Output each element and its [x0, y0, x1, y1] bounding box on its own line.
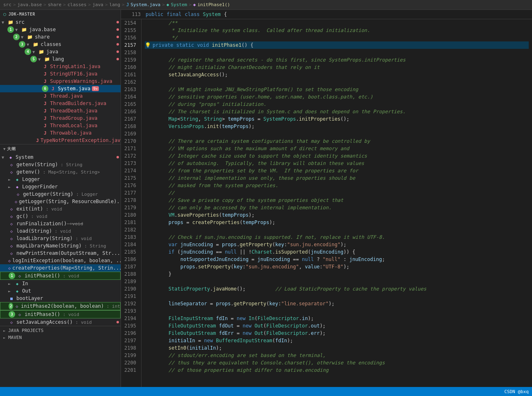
tree-item-suppresswarnings[interactable]: J SuppressWarnings.java	[0, 78, 121, 85]
bc-classes: classes	[67, 2, 86, 7]
code-2157-void: void	[194, 41, 209, 49]
tree-item-system-class[interactable]: ▼ ◆ System	[0, 153, 121, 161]
code-2157-static: static	[174, 41, 194, 49]
tree-item-loggerfinder[interactable]: ► ◆ LoggerFinder	[0, 183, 121, 190]
label-java-projects: JAVA PROJECTS	[8, 328, 43, 333]
tree-item-maplibname[interactable]: ◇ mapLibraryName(String) : String	[0, 242, 121, 250]
tree-item-javabase[interactable]: 1 ▼ 📁 java.base	[0, 26, 121, 33]
typeinfo-getenv-str: : String	[58, 162, 82, 167]
tree-item-initphase3[interactable]: 3 ◇ initPhase3() : void	[0, 310, 121, 318]
tree-item-getlogger-str[interactable]: ◇ getLogger(String) : Logger	[0, 190, 121, 198]
typeinfo-load: : void	[52, 229, 71, 234]
ln-2164: 2164	[124, 93, 138, 101]
status-author: CSDN @bxq	[504, 389, 529, 394]
code-2185: if (jnuEncoding == null || !Charset.isSu…	[145, 248, 355, 256]
empty-2169	[145, 130, 148, 137]
ln-2178: 2178	[124, 197, 138, 204]
tree-item-system[interactable]: 6 J System.java 9+	[0, 85, 121, 92]
j-icon-stringutf16: J	[42, 71, 48, 77]
code-line-2186: notSupportedJnuEncoding = jnuEncoding ==…	[145, 256, 529, 263]
tree-item-threadbuilders[interactable]: J ThreadBuilders.java	[0, 100, 121, 107]
tree-item-createproperties[interactable]: ◇ createProperties(Map<String, Strin...	[0, 264, 121, 272]
tree-item-loginitexception[interactable]: ◇ logInitException(boolean, boolean, ...	[0, 257, 121, 264]
tree-item-lang[interactable]: 5 ▼ 📁 lang	[0, 55, 121, 63]
code-2194: FileInputStream fdIn = new In(FileDescri…	[145, 315, 314, 322]
j-icon-thread: J	[42, 93, 48, 99]
tree-item-stringlatin1[interactable]: J StringLatin1.java	[0, 63, 121, 70]
ln-2172: 2172	[124, 152, 138, 160]
code-line-2189	[145, 278, 529, 285]
tree-item-in-class[interactable]: ► ◆ In	[0, 280, 121, 287]
empty-2193	[145, 307, 148, 315]
tree-item-classes[interactable]: 3 ▼ 📁 classes	[0, 41, 121, 48]
tree-item-exit[interactable]: ◇ exit(int) : void	[0, 205, 121, 213]
tree-item-getenv-str[interactable]: ◇ getenv(String) : String	[0, 161, 121, 168]
dot-java	[116, 50, 119, 53]
section-java-projects[interactable]: ► JAVA PROJECTS	[0, 327, 121, 334]
header-line-num: 113	[124, 11, 141, 17]
section-maven[interactable]: ► MAVEN	[0, 334, 121, 341]
ln-2180: 2180	[124, 211, 138, 219]
j-icon-throwable: J	[42, 130, 48, 136]
label-share: share	[35, 34, 50, 40]
code-line-2185: if (jnuEncoding == null || !Charset.isSu…	[145, 248, 529, 256]
tree-item-java[interactable]: 4 ▼ 📁 java	[0, 48, 121, 55]
code-2165: // during "props" initialization.	[145, 101, 266, 108]
tree-item-thread[interactable]: J Thread.java	[0, 92, 121, 100]
tree-item-initphase1[interactable]: 1 ◇ initPhase1() : void	[0, 272, 121, 280]
typeinfo-runfinalization: +void	[67, 221, 83, 227]
tree-item-bootlayer[interactable]: ■ bootLayer	[0, 295, 121, 302]
tree-item-threaddeath[interactable]: J ThreadDeath.java	[0, 107, 121, 114]
tree-item-runfinalization[interactable]: ◇ runFinalization() +void	[0, 220, 121, 227]
code-line-2160: // might initialize CharsetDecoders that…	[145, 64, 529, 71]
ln-2183: 2183	[124, 233, 138, 241]
tree-item-getlogger-str-rb[interactable]: ◇ getLogger(String, ResourceBundle)...	[0, 198, 121, 205]
tree-item-out-class[interactable]: ► ◆ Out	[0, 287, 121, 295]
tree-item-logger[interactable]: ► ◆ Logger	[0, 176, 121, 183]
class-header: 113 public final class System {	[121, 10, 532, 19]
code-2186: notSupportedJnuEncoding = jnuEncoding ==…	[145, 256, 385, 263]
ln-2184: 2184	[124, 241, 138, 248]
tree-item-gc[interactable]: ◇ gc() : void	[0, 213, 121, 220]
tree-item-throwable[interactable]: J Throwable.java	[0, 129, 121, 137]
label-src: src	[16, 19, 25, 25]
tree-item-setjavalangaccess[interactable]: ◇ setJavaLangAccess() : void	[0, 318, 121, 326]
typeinfo-getenv-map: : Map<String, String>	[40, 169, 100, 175]
tree-item-load[interactable]: ◇ load(String) : void	[0, 227, 121, 235]
label-initphase1: initPhase1()	[25, 273, 60, 279]
label-threaddeath: ThreadDeath.java	[50, 108, 98, 114]
tree-item-newprintstream[interactable]: ◇ newPrintStream(OutputStream, Str...	[0, 250, 121, 257]
code-line-2167: Map<String, String> tempProps = SystemPr…	[145, 115, 529, 123]
code-2198: setIn0(initialIn);	[145, 344, 222, 352]
label-typenotpresent: TypeNotPresentException.java	[41, 137, 121, 143]
empty-2182	[145, 226, 148, 233]
j-icon-system: J	[50, 85, 56, 92]
code-line-2163: // VM might invoke JNU_NewStringPlatform…	[145, 86, 529, 93]
code-line-2155: * Initialize the system class. Called af…	[145, 27, 529, 34]
tree-item-threadlocal[interactable]: J ThreadLocal.java	[0, 122, 121, 129]
code-line-2201: // of those properties might differ to n…	[145, 366, 529, 374]
code-2181: props = createProperties(tempProps);	[145, 219, 275, 226]
tree-item-typenotpresent[interactable]: J TypeNotPresentException.java	[0, 137, 121, 144]
tree-item-share[interactable]: 2 ▼ 📁 share	[0, 33, 121, 41]
status-bar: CSDN @bxq	[0, 387, 532, 396]
tree-item-loadlibrary[interactable]: ◇ loadLibrary(String) : void	[0, 235, 121, 242]
label-java: java	[46, 49, 58, 55]
bc-sep-2: >	[43, 2, 46, 7]
label-classes: classes	[41, 41, 62, 47]
code-2166: // The charset is initialized in System.…	[145, 108, 406, 115]
j-icon-threadbuilders: J	[42, 100, 48, 107]
label-getenv-str: getenv(String)	[16, 162, 58, 167]
label-stringutf16: StringUTF16.java	[50, 71, 98, 77]
typeinfo-initphase3: : void	[60, 312, 79, 317]
tree-item-src[interactable]: ▼ 📁 src	[0, 18, 121, 26]
ln-2162: 2162	[124, 78, 138, 86]
code-line-2191	[145, 293, 529, 300]
header-classname: System	[203, 11, 221, 17]
tree-item-stringutf16[interactable]: J StringUTF16.java	[0, 70, 121, 78]
tree-item-initphase2[interactable]: 2 ◇ initPhase2(boolean, boolean) : int	[0, 302, 121, 310]
ln-2186: 2186	[124, 256, 138, 263]
folder-icon-src: 📁	[7, 19, 14, 25]
tree-item-getenv-map[interactable]: ◇ getenv() : Map<String, String>	[0, 168, 121, 176]
tree-item-threadgroup[interactable]: J ThreadGroup.java	[0, 114, 121, 122]
